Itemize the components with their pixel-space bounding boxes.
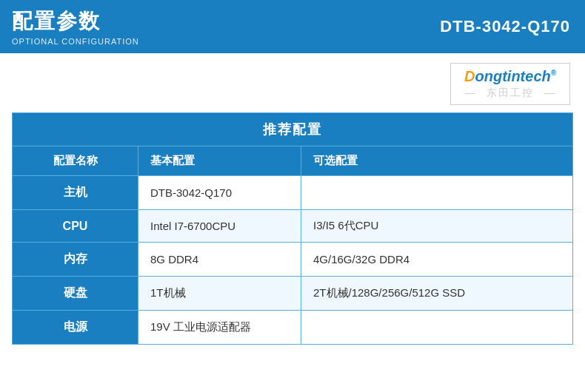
cn-right-dash: — [544, 87, 556, 98]
row-basic-5: 19V 工业电源适配器 [138, 311, 301, 345]
brand-d-letter: D [464, 68, 475, 84]
logo-area: Dongtintech® — 东田工控 — [0, 53, 585, 112]
page-wrapper: 配置参数 OPTIONAL CONFIGURATION DTB-3042-Q17… [0, 0, 585, 392]
row-optional-2: I3/I5 6代CPU [301, 210, 573, 243]
column-headers-row: 配置名称 基本配置 可选配置 [13, 146, 573, 176]
table-row: 内存 8G DDR4 4G/16G/32G DDR4 [13, 243, 573, 277]
col-header-2: 基本配置 [138, 146, 301, 176]
registered-symbol: ® [551, 69, 556, 77]
col-header-1: 配置名称 [13, 146, 138, 176]
row-name-1: 主机 [13, 176, 138, 210]
row-basic-2: Intel I7-6700CPU [138, 210, 301, 243]
row-name-5: 电源 [13, 311, 138, 345]
row-optional-3: 4G/16G/32G DDR4 [301, 243, 573, 277]
row-name-3: 内存 [13, 243, 138, 277]
header-left: 配置参数 OPTIONAL CONFIGURATION [0, 0, 189, 53]
table-row: 电源 19V 工业电源适配器 [13, 311, 573, 345]
header: 配置参数 OPTIONAL CONFIGURATION DTB-3042-Q17… [0, 0, 585, 53]
cn-text: 东田工控 [487, 87, 534, 98]
header-model: DTB-3042-Q170 [440, 17, 570, 36]
row-optional-5 [301, 311, 573, 345]
table-title-cell: 推荐配置 [13, 113, 573, 146]
logo-brand: Dongtintech® [464, 68, 556, 85]
col-header-3: 可选配置 [301, 146, 573, 176]
table-row: CPU Intel I7-6700CPU I3/I5 6代CPU [13, 210, 573, 243]
header-title-cn: 配置参数 [12, 7, 177, 36]
row-optional-1 [301, 176, 573, 210]
cn-left-dash: — [464, 87, 476, 98]
table-section: 推荐配置 配置名称 基本配置 可选配置 主机 DTB-3042-Q170 CPU… [0, 112, 585, 356]
table-row: 硬盘 1T机械 2T机械/128G/256G/512G SSD [13, 277, 573, 311]
row-optional-4: 2T机械/128G/256G/512G SSD [301, 277, 573, 311]
row-name-4: 硬盘 [13, 277, 138, 311]
row-basic-3: 8G DDR4 [138, 243, 301, 277]
logo-box: Dongtintech® — 东田工控 — [450, 63, 570, 105]
header-right: DTB-3042-Q170 [189, 0, 585, 53]
logo-cn: — 东田工控 — [461, 87, 559, 100]
row-basic-4: 1T机械 [138, 277, 301, 311]
config-table: 推荐配置 配置名称 基本配置 可选配置 主机 DTB-3042-Q170 CPU… [12, 112, 573, 345]
table-title-row: 推荐配置 [13, 113, 573, 146]
row-basic-1: DTB-3042-Q170 [138, 176, 301, 210]
header-title-en: OPTIONAL CONFIGURATION [12, 37, 177, 46]
brand-rest: ongtintech [475, 68, 551, 84]
table-row: 主机 DTB-3042-Q170 [13, 176, 573, 210]
row-name-2: CPU [13, 210, 138, 243]
